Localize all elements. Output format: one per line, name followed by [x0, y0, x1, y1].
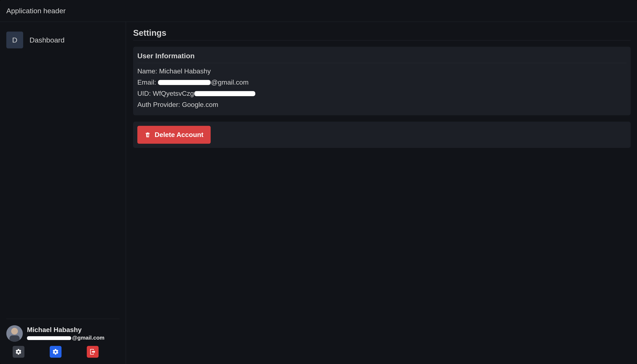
sidebar-user-row: Michael Habashy @gmail.com: [6, 325, 119, 342]
sidebar-action-row: [6, 346, 119, 360]
user-info-uid-prefix: WfQyetsvCzg: [153, 90, 194, 98]
user-info-name-value: Michael Habashy: [159, 67, 211, 75]
avatar-image-icon: [6, 325, 23, 342]
sidebar-user-email: @gmail.com: [27, 334, 104, 341]
redacted-segment: [27, 336, 71, 340]
gear-icon: [15, 348, 22, 355]
svg-point-1: [11, 328, 18, 334]
app-header-title: Application header: [6, 7, 66, 15]
user-info-auth-row: Auth Provider: Google.com: [137, 99, 626, 110]
sidebar-item-dashboard[interactable]: D Dashboard: [6, 28, 119, 52]
danger-zone-card: Delete Account: [133, 122, 631, 148]
sidebar-user-meta: Michael Habashy @gmail.com: [27, 326, 104, 341]
sidebar-user-name: Michael Habashy: [27, 326, 104, 334]
delete-account-label: Delete Account: [155, 131, 203, 139]
sidebar: D Dashboard Michael Habashy: [0, 22, 126, 364]
user-info-email-suffix: @gmail.com: [211, 78, 249, 86]
sidebar-footer: Michael Habashy @gmail.com: [6, 319, 119, 360]
user-info-card: User Information Name: Michael Habashy E…: [133, 47, 631, 115]
trash-icon: [144, 132, 151, 138]
logout-icon: [89, 348, 96, 355]
user-info-auth-value: Google.com: [182, 101, 219, 108]
delete-account-button[interactable]: Delete Account: [137, 126, 211, 144]
sidebar-item-badge: D: [6, 32, 23, 48]
user-info-name-row: Name: Michael Habashy: [137, 66, 626, 77]
sidebar-nav: D Dashboard: [6, 28, 119, 319]
app-container: Application header D Dashboard: [0, 0, 637, 364]
settings-button[interactable]: [13, 346, 25, 358]
page-title: Settings: [133, 28, 631, 40]
user-info-name-label: Name:: [137, 67, 159, 75]
user-info-uid-label: UID:: [137, 90, 153, 98]
svg-rect-2: [10, 336, 20, 342]
user-info-auth-label: Auth Provider:: [137, 101, 182, 108]
gear-icon: [52, 348, 59, 355]
redacted-segment: [158, 80, 211, 85]
preferences-button[interactable]: [50, 346, 62, 358]
app-header: Application header: [0, 0, 637, 22]
user-info-email-row: Email: @gmail.com: [137, 77, 626, 88]
user-info-card-title: User Information: [137, 52, 626, 63]
app-body: D Dashboard Michael Habashy: [0, 22, 637, 364]
logout-button[interactable]: [87, 346, 99, 358]
avatar: [6, 325, 23, 342]
user-info-uid-row: UID: WfQyetsvCzg: [137, 88, 626, 99]
sidebar-item-label: Dashboard: [30, 36, 65, 44]
sidebar-user-email-suffix: @gmail.com: [72, 334, 104, 341]
main-content: Settings User Information Name: Michael …: [126, 22, 637, 364]
redacted-segment: [194, 91, 255, 96]
user-info-email-label: Email:: [137, 78, 158, 86]
